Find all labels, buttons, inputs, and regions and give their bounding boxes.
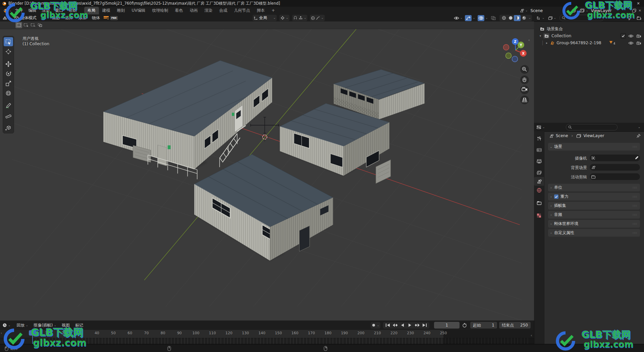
remove-view-layer-button[interactable]: ✕	[639, 9, 641, 12]
proportional-edit-controls[interactable]: ⌄	[310, 15, 325, 21]
tool-rotate[interactable]	[4, 69, 13, 78]
select-mode-set[interactable]	[15, 22, 22, 28]
tool-transform[interactable]	[4, 89, 13, 98]
menu-item[interactable]: 渲染	[39, 8, 53, 13]
properties-options-button[interactable]: ⌄	[638, 125, 641, 129]
workspace-tab[interactable]: 脚本	[254, 7, 268, 14]
camera-field[interactable]	[590, 155, 640, 161]
tool-box-select[interactable]	[4, 37, 13, 46]
collapsed-panel-header[interactable]: › 重力 ∷∷	[548, 193, 640, 200]
outliner-row-scene-collection[interactable]: 场景集合	[534, 25, 644, 32]
play-button[interactable]	[406, 322, 414, 328]
workspace-tab[interactable]: 纹理绘制	[149, 7, 172, 14]
visibility-dropdown[interactable]: ⌄	[454, 16, 463, 20]
tab-output[interactable]	[534, 157, 544, 166]
shading-solid-button[interactable]	[507, 15, 514, 21]
shading-rendered-button[interactable]	[521, 15, 527, 21]
properties-search-input[interactable]	[566, 124, 618, 130]
outliner-editor-type-button[interactable]: ⌄	[536, 15, 545, 21]
end-frame-field[interactable]: 结束点 250	[499, 322, 531, 329]
new-collection-button[interactable]	[636, 15, 642, 21]
menu-item[interactable]: 视图	[49, 15, 62, 21]
add-workspace-button[interactable]: +	[268, 7, 278, 14]
transform-orientation-dropdown[interactable]: 全局 ⌄	[253, 15, 277, 21]
mode-selector[interactable]: 物体模式 ⌄	[14, 15, 47, 21]
overlays-toggle[interactable]: ⌄	[478, 15, 488, 21]
tab-texture[interactable]	[534, 211, 544, 220]
menu-item[interactable]: 窗口	[53, 8, 66, 13]
tool-annotate[interactable]	[4, 101, 13, 110]
gravity-checkbox[interactable]	[554, 194, 558, 199]
workspace-tab[interactable]: 雕刻	[114, 7, 128, 14]
workspace-tab[interactable]: 合成	[216, 7, 231, 14]
camera-view-button[interactable]	[520, 85, 529, 94]
building-4[interactable]	[194, 154, 333, 260]
menu-item[interactable]: 物体	[89, 15, 103, 21]
breadcrumb-scene[interactable]: Scene	[556, 133, 568, 138]
tool-scale[interactable]	[4, 79, 13, 88]
scene-selector[interactable]: ⌄ Scene	[519, 8, 576, 13]
axis-neg-z[interactable]	[512, 56, 518, 62]
outliner-display-mode-button[interactable]: ⌄	[547, 15, 557, 21]
disclosure-open-icon[interactable]: ▾	[537, 34, 543, 38]
pin-icon[interactable]	[636, 134, 641, 138]
collapsed-panel-header[interactable]: › 插帧集 ∷∷	[548, 202, 640, 210]
select-mode-extend[interactable]	[22, 22, 29, 28]
gizmos-toggle[interactable]: ⌄	[465, 15, 475, 21]
tool-add-cube[interactable]	[4, 123, 13, 132]
collapsed-panel-header[interactable]: › 单位 ∷∷	[548, 184, 640, 191]
outliner-row-group[interactable]: │ ▸ Group-9647892-2-198 4	[534, 40, 644, 46]
timeline-editor-type-button[interactable]: ⌄	[2, 322, 11, 328]
new-scene-icon[interactable]	[572, 8, 576, 13]
snap-controls[interactable]: ⌄	[292, 15, 308, 21]
tab-collection[interactable]	[534, 198, 544, 207]
pan-view-button[interactable]	[520, 75, 529, 84]
breadcrumb-view-layer[interactable]: ViewLayer	[583, 133, 604, 138]
new-view-layer-icon[interactable]	[632, 8, 637, 13]
workspace-tab[interactable]: 渲染	[201, 7, 216, 14]
auto-keying-button[interactable]: ⌄	[371, 322, 380, 329]
tab-scene[interactable]	[534, 177, 544, 186]
workspace-tab[interactable]: 着色	[172, 7, 186, 14]
jump-to-end-button[interactable]	[421, 322, 428, 328]
axis-neg-x[interactable]	[503, 45, 509, 50]
expand-right-icon[interactable]: ›	[1, 331, 2, 335]
export-fbx-button[interactable]: FBX	[110, 15, 118, 21]
active-clip-field[interactable]	[590, 173, 640, 180]
navigation-gizmo[interactable]: Z Y X	[500, 37, 533, 107]
disable-render-camera-icon[interactable]	[636, 34, 641, 38]
disclosure-closed-icon[interactable]: ▸	[544, 41, 550, 45]
collapsed-panel-header[interactable]: › 自定义属性 ∷∷	[548, 229, 640, 237]
shading-wireframe-button[interactable]	[500, 15, 507, 21]
close-button[interactable]: ✕	[633, 1, 644, 6]
menu-item[interactable]: 视图	[59, 322, 72, 328]
tab-world[interactable]	[534, 186, 544, 194]
properties-editor-type-button[interactable]: ⌄	[536, 124, 546, 130]
collapsed-panel-header[interactable]: › 音频 ∷∷	[548, 211, 640, 219]
menu-item[interactable]: 编辑	[26, 8, 39, 13]
prev-keyframe-button[interactable]	[391, 322, 399, 328]
view-layer-selector[interactable]: ⌄ ViewLayer ✕	[580, 8, 641, 13]
hide-viewport-eye-icon[interactable]	[628, 34, 634, 38]
menu-item[interactable]: 选择	[62, 15, 76, 21]
workspace-tab[interactable]: 建模	[99, 7, 114, 14]
background-scene-field[interactable]	[590, 164, 640, 171]
tool-cursor[interactable]	[4, 47, 13, 56]
next-keyframe-button[interactable]	[414, 322, 421, 328]
tab-view-layer[interactable]	[534, 168, 544, 177]
workspace-tab[interactable]: 几何节点	[231, 7, 254, 14]
zoom-view-button[interactable]	[520, 65, 529, 74]
outliner-search-input[interactable]	[559, 15, 604, 21]
viewport-3d[interactable]: ⌄ 物体模式 ⌄ 视图选择添加物体 FBX	[0, 14, 534, 320]
workspace-tab[interactable]: 布局	[84, 7, 99, 14]
menu-item[interactable]: 标记	[72, 322, 86, 328]
select-mode-subtract[interactable]	[30, 22, 36, 28]
outliner-filter-button[interactable]: ⌄	[627, 15, 636, 21]
eyedropper-icon[interactable]	[635, 156, 639, 160]
hide-viewport-eye-icon[interactable]	[628, 41, 634, 45]
minimize-button[interactable]: ─	[610, 1, 621, 6]
blender-menu-button[interactable]: ⌄	[2, 8, 12, 14]
jump-to-start-button[interactable]	[384, 322, 391, 328]
xray-toggle[interactable]	[490, 15, 497, 21]
timeline-ruler[interactable]: 1020304050607080901001101201301401501601…	[0, 330, 534, 344]
